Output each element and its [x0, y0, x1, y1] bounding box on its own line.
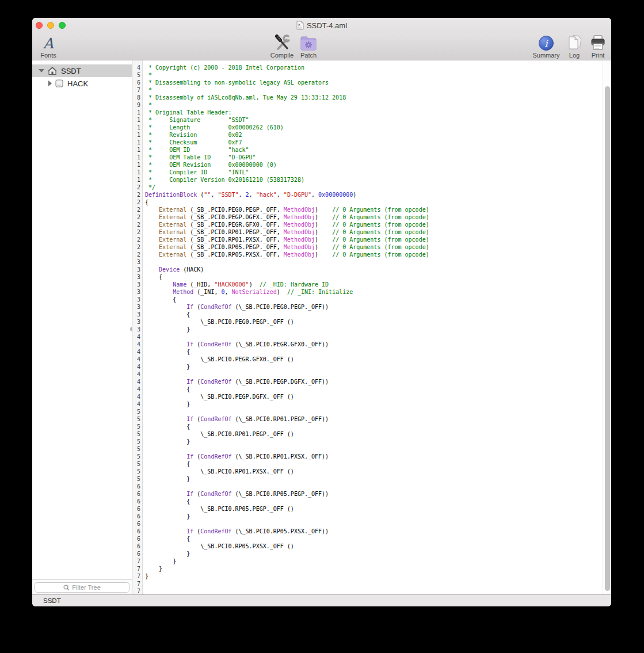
- code-line[interactable]: 19 * Compiler Version 0x20161210 (538317…: [132, 176, 603, 184]
- code-line[interactable]: 12 * Length 0x00000262 (610): [132, 124, 603, 131]
- code-line[interactable]: 71 }: [132, 565, 603, 572]
- code-line[interactable]: 37 {: [132, 311, 603, 318]
- code-line[interactable]: 57 {: [132, 460, 603, 468]
- code-line[interactable]: 54 }: [132, 438, 603, 445]
- code-line[interactable]: 72}: [132, 572, 603, 580]
- line-number: 38: [137, 318, 140, 326]
- code-line[interactable]: 34 Method (_INI, 0, NotSerialized) // _I…: [132, 288, 603, 296]
- code-line[interactable]: 73: [132, 580, 603, 587]
- code-line[interactable]: 20 */: [132, 184, 603, 191]
- line-number: 29: [137, 251, 140, 258]
- code-line[interactable]: 36 If (CondRefOf (\_SB.PCI0.PEG0.PEGP._O…: [132, 303, 603, 311]
- code-line[interactable]: 39 }: [132, 326, 603, 333]
- code-line[interactable]: 49 }: [132, 400, 603, 408]
- code-line[interactable]: 38 \_SB.PCI0.PEG0.PEGP._OFF (): [132, 318, 603, 326]
- code-line[interactable]: 42 {: [132, 348, 603, 356]
- code-line[interactable]: 29 External (_SB_.PCI0.RP05.PXSX._OFF, M…: [132, 251, 603, 258]
- code-line[interactable]: 46 If (CondRefOf (\_SB.PCI0.PEGP.DGFX._O…: [132, 378, 603, 385]
- code-text: {: [145, 423, 190, 430]
- code-line[interactable]: 60: [132, 483, 603, 490]
- code-line[interactable]: 55: [132, 445, 603, 453]
- line-number: 43: [137, 356, 140, 363]
- code-line[interactable]: 8 * Disassembly of iASLco8qNb.aml, Tue M…: [132, 94, 603, 101]
- code-line[interactable]: 33 Name (_HID, "HACK0000") // _HID: Hard…: [132, 281, 603, 288]
- vertical-scrollbar[interactable]: [603, 60, 611, 594]
- code-line[interactable]: 28 External (_SB_.PCI0.RP05.PEGP._OFF, M…: [132, 243, 603, 251]
- print-button[interactable]: Print: [586, 33, 609, 59]
- code-line[interactable]: 44 }: [132, 363, 603, 371]
- code-line[interactable]: 40: [132, 333, 603, 341]
- code-line[interactable]: 48 \_SB.PCI0.PEGP.DGFX._OFF (): [132, 393, 603, 400]
- code-line[interactable]: 7 *: [132, 86, 603, 94]
- code-line[interactable]: 52 {: [132, 423, 603, 430]
- code-line[interactable]: 41 If (CondRefOf (\_SB.PCI0.PEGR.GFX0._O…: [132, 341, 603, 348]
- code-line[interactable]: 17 * OEM Revision 0x00000000 (0): [132, 161, 603, 169]
- code-line[interactable]: 61 If (CondRefOf (\_SB.PCI0.RP05.PEGP._O…: [132, 490, 603, 498]
- code-line[interactable]: 56 If (CondRefOf (\_SB.PCI0.RP01.PXSX._O…: [132, 453, 603, 460]
- tree-item-hack[interactable]: HACK: [32, 77, 132, 90]
- code-line[interactable]: 50: [132, 408, 603, 415]
- fonts-button[interactable]: A Fonts: [36, 33, 61, 59]
- code-line[interactable]: 13 * Revision 0x02: [132, 131, 603, 139]
- code-line[interactable]: 62 {: [132, 498, 603, 505]
- code-text: }: [145, 438, 190, 445]
- summary-info-icon: i: [538, 35, 554, 51]
- summary-button[interactable]: i Summary: [529, 33, 563, 59]
- patch-button[interactable]: Patch: [294, 33, 323, 59]
- code-line[interactable]: 6 * Disassembling to non-symbolic legacy…: [132, 79, 603, 86]
- code-editor[interactable]: 4 * Copyright (c) 2000 - 2018 Intel Corp…: [132, 60, 611, 594]
- code-line[interactable]: 16 * OEM Table ID "D-DGPU": [132, 154, 603, 161]
- code-text: {: [145, 198, 148, 206]
- code-line[interactable]: 51 If (CondRefOf (\_SB.PCI0.RP01.PEGP._O…: [132, 415, 603, 423]
- code-line[interactable]: 32 {: [132, 273, 603, 281]
- line-number: 66: [137, 528, 140, 535]
- code-line[interactable]: 43 \_SB.PCI0.PEGR.GFX0._OFF (): [132, 356, 603, 363]
- code-line[interactable]: 24 External (_SB_.PCI0.PEGP.DGFX._OFF, M…: [132, 213, 603, 221]
- code-line[interactable]: 74: [132, 587, 603, 594]
- code-line[interactable]: 14 * Checksum 0xF7: [132, 139, 603, 146]
- code-line[interactable]: 69 }: [132, 550, 603, 557]
- code-line[interactable]: 47 {: [132, 385, 603, 393]
- code-line[interactable]: 27 External (_SB_.PCI0.RP01.PXSX._OFF, M…: [132, 236, 603, 243]
- code-line[interactable]: 58 \_SB.PCI0.RP01.PXSX._OFF (): [132, 468, 603, 475]
- tree-item-ssdt[interactable]: SSDT: [32, 64, 132, 77]
- code-line[interactable]: 70 }: [132, 557, 603, 565]
- code-line[interactable]: 65: [132, 520, 603, 528]
- code-line[interactable]: 59 }: [132, 475, 603, 483]
- summary-label: Summary: [529, 52, 563, 59]
- code-line[interactable]: 63 \_SB.PCI0.RP05.PEGP._OFF (): [132, 505, 603, 513]
- line-number: 35: [137, 296, 140, 303]
- disclosure-closed-icon[interactable]: [48, 81, 52, 86]
- code-line[interactable]: 5 *: [132, 71, 603, 79]
- code-line[interactable]: 66 If (CondRefOf (\_SB.PCI0.RP05.PXSX._O…: [132, 528, 603, 535]
- code-line[interactable]: 22{: [132, 198, 603, 206]
- scrollbar-thumb[interactable]: [605, 86, 610, 591]
- patch-label: Patch: [294, 52, 323, 59]
- code-line[interactable]: 26 External (_SB_.PCI0.RP01.PEGP._OFF, M…: [132, 228, 603, 236]
- print-icon: [589, 35, 607, 51]
- code-lines: 4 * Copyright (c) 2000 - 2018 Intel Corp…: [132, 64, 603, 594]
- code-line[interactable]: 31 Device (HACK): [132, 266, 603, 273]
- disclosure-open-icon[interactable]: [39, 69, 44, 72]
- code-line[interactable]: 4 * Copyright (c) 2000 - 2018 Intel Corp…: [132, 64, 603, 71]
- code-line[interactable]: 35 {: [132, 296, 603, 303]
- code-line[interactable]: 23 External (_SB_.PCI0.PEG0.PEGP._OFF, M…: [132, 206, 603, 213]
- code-line[interactable]: 11 * Signature "SSDT": [132, 116, 603, 124]
- log-button[interactable]: Log: [563, 33, 586, 59]
- line-number: 71: [137, 565, 140, 572]
- code-line[interactable]: 45: [132, 371, 603, 378]
- filter-tree-input[interactable]: Filter Tree: [35, 582, 129, 593]
- line-number: 4: [137, 64, 140, 71]
- code-line[interactable]: 25 External (_SB_.PCI0.PEGR.GFX0._OFF, M…: [132, 221, 603, 228]
- code-line[interactable]: 10 * Original Table Header:: [132, 109, 603, 116]
- code-line[interactable]: 68 \_SB.PCI0.RP05.PXSX._OFF (): [132, 543, 603, 550]
- code-line[interactable]: 18 * Compiler ID "INTL": [132, 169, 603, 176]
- code-line[interactable]: 64 }: [132, 513, 603, 520]
- line-number: 11: [137, 116, 140, 124]
- code-line[interactable]: 15 * OEM ID "hack": [132, 146, 603, 154]
- code-line[interactable]: 21DefinitionBlock ("", "SSDT", 2, "hack"…: [132, 191, 603, 198]
- code-line[interactable]: 67 {: [132, 535, 603, 543]
- code-line[interactable]: 53 \_SB.PCI0.RP01.PEGP._OFF (): [132, 430, 603, 438]
- code-line[interactable]: 30: [132, 258, 603, 266]
- code-line[interactable]: 9 *: [132, 101, 603, 109]
